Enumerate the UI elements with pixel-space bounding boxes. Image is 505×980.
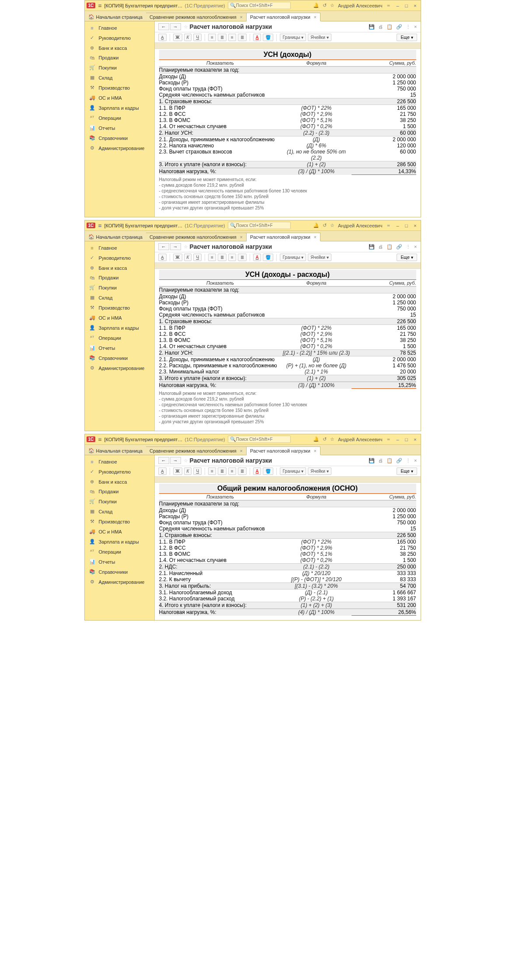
star-icon[interactable]: ☆ — [330, 3, 334, 8]
borders-button[interactable]: Границы ▾ — [280, 254, 306, 261]
sidebar-item[interactable]: ✓Руководителю — [85, 253, 154, 263]
print-icon[interactable]: 🖨 — [378, 244, 383, 250]
cells-button[interactable]: Ячейки ▾ — [308, 34, 331, 41]
clipboard-icon[interactable]: 📋 — [387, 458, 393, 464]
close-icon[interactable]: × — [240, 14, 243, 20]
font-button[interactable]: A̲ — [158, 467, 167, 475]
bold-button[interactable]: Ж — [173, 467, 182, 475]
italic-button[interactable]: К — [184, 34, 192, 41]
cells-button[interactable]: Ячейки ▾ — [308, 254, 331, 261]
bg-color-button[interactable]: 🪣 — [263, 467, 273, 475]
close-button[interactable]: × — [412, 223, 419, 228]
align-right-button[interactable]: ≡ — [228, 254, 236, 261]
sidebar-item[interactable]: ≡Главное — [85, 457, 154, 467]
favorite-icon[interactable]: ☆ — [184, 458, 188, 464]
history-icon[interactable]: ↺ — [323, 436, 327, 442]
clipboard-icon[interactable]: 📋 — [387, 244, 393, 250]
close-page-icon[interactable]: × — [414, 24, 417, 30]
borders-button[interactable]: Границы ▾ — [280, 34, 306, 41]
kebab-icon[interactable]: ⋮ — [406, 24, 411, 30]
cells-button[interactable]: Ячейки ▾ — [308, 467, 331, 475]
close-icon[interactable]: × — [314, 448, 317, 453]
menu-icon[interactable]: ≡ — [98, 222, 101, 229]
font-button[interactable]: A̲ — [158, 34, 167, 41]
save-icon[interactable]: 💾 — [369, 24, 375, 30]
search-box[interactable]: 🔍 — [228, 2, 291, 9]
minimize-button[interactable]: – — [394, 437, 401, 442]
favorite-icon[interactable]: ☆ — [184, 24, 188, 30]
underline-button[interactable]: Ч — [193, 254, 202, 261]
align-justify-button[interactable]: ≣ — [238, 254, 247, 261]
sidebar-item[interactable]: 📚Справочники — [85, 133, 154, 143]
save-icon[interactable]: 💾 — [369, 458, 375, 464]
history-icon[interactable]: ↺ — [323, 3, 327, 8]
search-box[interactable]: 🔍 — [228, 222, 291, 229]
bell-icon[interactable]: 🔔 — [313, 3, 319, 8]
search-input[interactable] — [236, 3, 289, 8]
sidebar-item[interactable]: ≡Главное — [85, 243, 154, 253]
star-icon[interactable]: ☆ — [330, 436, 334, 442]
tab-compare[interactable]: Сравнение режимов налогообложения× — [146, 446, 247, 455]
sidebar-item[interactable]: 🛍Продажи — [85, 487, 154, 496]
link-icon[interactable]: 🔗 — [396, 24, 402, 30]
more-button[interactable]: Еще ▾ — [397, 467, 417, 475]
close-icon[interactable]: × — [314, 234, 317, 240]
sidebar-item[interactable]: ⚒Производство — [85, 303, 154, 313]
align-left-button[interactable]: ≡ — [208, 254, 216, 261]
align-right-button[interactable]: ≡ — [228, 34, 236, 41]
sidebar-item[interactable]: 🛍Продажи — [85, 273, 154, 282]
link-icon[interactable]: 🔗 — [396, 244, 402, 250]
kebab-icon[interactable]: ⋮ — [406, 244, 411, 250]
underline-button[interactable]: Ч — [193, 467, 202, 475]
sidebar-item[interactable]: 🛒Покупки — [85, 496, 154, 506]
align-right-button[interactable]: ≡ — [228, 467, 236, 475]
menu-icon[interactable]: ≡ — [98, 2, 101, 9]
sidebar-item[interactable]: ⊕Банк и касса — [85, 263, 154, 273]
history-icon[interactable]: ↺ — [323, 223, 327, 228]
menu-icon[interactable]: ≡ — [98, 436, 101, 443]
italic-button[interactable]: К — [184, 467, 192, 475]
search-input[interactable] — [236, 437, 289, 442]
close-icon[interactable]: × — [240, 448, 243, 453]
equals-icon[interactable]: ＝ — [386, 436, 391, 443]
borders-button[interactable]: Границы ▾ — [280, 467, 306, 475]
italic-button[interactable]: К — [184, 254, 192, 261]
kebab-icon[interactable]: ⋮ — [406, 458, 411, 464]
back-button[interactable]: ← — [158, 23, 169, 30]
forward-button[interactable]: → — [170, 23, 181, 30]
sidebar-item[interactable]: ᴬᵀОперации — [85, 333, 154, 343]
save-icon[interactable]: 💾 — [369, 244, 375, 250]
sidebar-item[interactable]: 👤Зарплата и кадры — [85, 537, 154, 547]
sidebar-item[interactable]: 👤Зарплата и кадры — [85, 323, 154, 333]
minimize-button[interactable]: – — [394, 223, 401, 228]
user-name[interactable]: Андрей Алексеевич — [338, 3, 383, 8]
sidebar-item[interactable]: ⊕Банк и касса — [85, 43, 154, 53]
bold-button[interactable]: Ж — [173, 254, 182, 261]
bell-icon[interactable]: 🔔 — [313, 223, 319, 228]
bell-icon[interactable]: 🔔 — [313, 436, 319, 442]
sidebar-item[interactable]: 👤Зарплата и кадры — [85, 103, 154, 113]
sidebar-item[interactable]: ▦Склад — [85, 293, 154, 303]
sidebar-item[interactable]: ⚙Администрирование — [85, 577, 154, 587]
tab-calc[interactable]: Расчет налоговой нагрузки× — [247, 233, 320, 241]
close-button[interactable]: × — [412, 3, 419, 8]
maximize-button[interactable]: □ — [403, 437, 410, 442]
sidebar-item[interactable]: ⚙Администрирование — [85, 143, 154, 153]
equals-icon[interactable]: ＝ — [386, 2, 391, 9]
sidebar-item[interactable]: ≡Главное — [85, 23, 154, 33]
clipboard-icon[interactable]: 📋 — [387, 24, 393, 30]
sidebar-item[interactable]: 🛒Покупки — [85, 282, 154, 293]
sidebar-item[interactable]: ⊕Банк и касса — [85, 477, 154, 487]
sidebar-item[interactable]: ✓Руководителю — [85, 33, 154, 43]
equals-icon[interactable]: ＝ — [386, 222, 391, 229]
align-left-button[interactable]: ≡ — [208, 467, 216, 475]
sidebar-item[interactable]: 🚚ОС и НМА — [85, 313, 154, 323]
font-color-button[interactable]: A — [253, 34, 261, 41]
align-justify-button[interactable]: ≣ — [238, 34, 247, 41]
sidebar-item[interactable]: ⚒Производство — [85, 516, 154, 527]
minimize-button[interactable]: – — [394, 3, 401, 8]
star-icon[interactable]: ☆ — [330, 223, 334, 228]
sidebar-item[interactable]: 🛍Продажи — [85, 53, 154, 63]
sidebar-item[interactable]: 🚚ОС и НМА — [85, 527, 154, 537]
user-name[interactable]: Андрей Алексеевич — [338, 437, 383, 442]
